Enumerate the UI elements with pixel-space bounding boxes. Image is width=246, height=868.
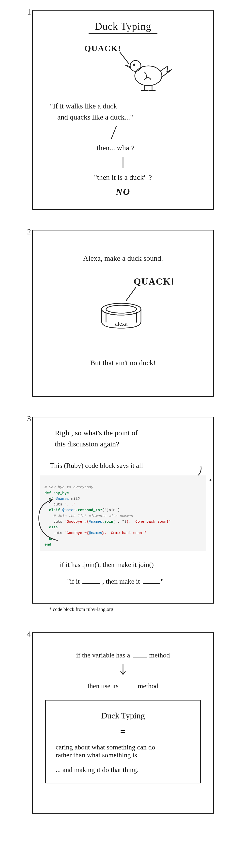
quack-text: QUACK! [84, 44, 121, 53]
connector-line-1 [109, 125, 119, 140]
code-intro: This (Ruby) code block says it all [50, 462, 201, 469]
device-label: alexa [115, 320, 128, 327]
box-line-1: caring about what something can do [56, 743, 190, 751]
quack-text: QUACK! [133, 276, 175, 287]
title: Duck Typing [45, 21, 201, 32]
line-1: Right, so what's the point of [55, 427, 201, 438]
code-block: *# Say bye to everybody def say_bye if @… [40, 475, 206, 551]
then-what: then... what? [30, 142, 201, 153]
panel-4-box: if the variable has a method then use it… [32, 632, 214, 814]
saying-line-1: "If it walks like a duck [50, 100, 201, 112]
panel-2-box: Alexa, make a duck sound. QUACK! alexa [32, 230, 214, 397]
svg-point-12 [106, 305, 136, 313]
caption: But that ain't no duck! [45, 357, 201, 368]
panel-1-box: Duck Typing QUACK! [32, 10, 214, 210]
summary-2: "if it , then make it " [67, 576, 201, 585]
then-it-is: "then it is a duck" ? [45, 172, 201, 183]
panel-number: 4 [27, 629, 31, 639]
duck-icon [124, 54, 173, 93]
alexa-command: Alexa, make a duck sound. [45, 253, 201, 264]
box-title: Duck Typing [56, 709, 190, 722]
connector-line-2 [121, 156, 125, 169]
panel-1: 1 Duck Typing QUACK! [20, 10, 226, 210]
panel-number: 3 [27, 414, 31, 423]
alexa-device-icon: alexa [97, 301, 146, 335]
arrow-curve-icon [35, 496, 62, 543]
saying-line-2: and quacks like a duck..." [57, 112, 201, 123]
panel-4: 4 if the variable has a method then use … [20, 632, 226, 814]
arrow-down-icon [45, 662, 201, 677]
definition-box: Duck Typing = caring about what somethin… [45, 700, 201, 783]
line-2: this discussion again? [55, 438, 201, 450]
asterisk: * [209, 477, 212, 485]
panel-3-box: Right, so what's the point of this discu… [32, 417, 214, 603]
svg-point-2 [130, 61, 141, 71]
box-line-2: rather than what something is [56, 751, 190, 759]
panel-number: 1 [27, 7, 31, 17]
panel-number: 2 [27, 227, 31, 236]
line-1: if the variable has a method [45, 650, 201, 659]
line-2: then use its method [45, 681, 201, 690]
no-text: NO [45, 186, 201, 197]
svg-line-10 [126, 287, 136, 301]
panel-2: 2 Alexa, make a duck sound. QUACK! [20, 230, 226, 397]
equals-sign: = [56, 726, 190, 737]
svg-line-8 [112, 126, 116, 138]
svg-point-1 [135, 66, 162, 86]
box-line-3: ... and making it do that thing. [56, 766, 190, 774]
svg-point-3 [133, 64, 135, 65]
footnote: * code block from ruby-lang.org [49, 607, 226, 612]
summary-1: if it has .join(), then make it join() [60, 561, 201, 569]
title-underline [89, 33, 157, 34]
panel-3: 3 Right, so what's the point of this dis… [20, 417, 226, 612]
